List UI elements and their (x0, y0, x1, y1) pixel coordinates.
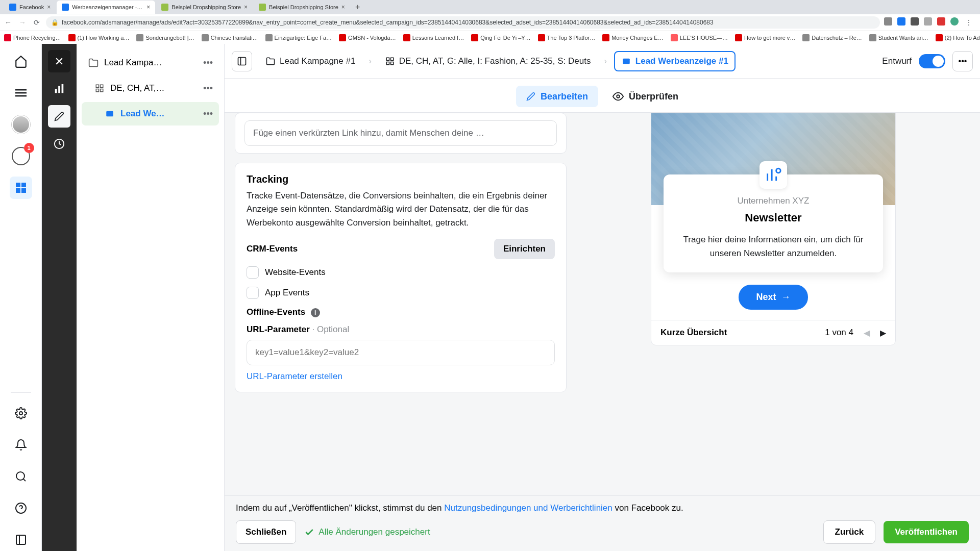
forward-icon[interactable]: → (17, 17, 28, 28)
campaign-tree: Lead Kampa… ••• DE, CH, AT,… ••• Lead We… (77, 44, 225, 551)
edit-icon[interactable] (48, 105, 70, 128)
extension-icon[interactable] (924, 17, 932, 26)
status-toggle[interactable] (919, 54, 945, 68)
breadcrumb-ad[interactable]: Lead Werbeanzeige #1 (614, 51, 736, 71)
svg-rect-27 (390, 58, 393, 60)
close-panel-button[interactable] (48, 50, 70, 72)
browser-tab[interactable]: Werbeanzeigenmanager - We…× (57, 1, 155, 14)
breadcrumb-campaign[interactable]: Lead Kampagne #1 (259, 52, 361, 70)
preview-description: Trage hier deine Informationen ein, um d… (677, 233, 870, 260)
collapse-icon[interactable] (10, 529, 32, 551)
next-button[interactable]: Next→ (739, 285, 807, 310)
more-icon[interactable]: ••• (203, 83, 213, 94)
back-button[interactable]: Zurück (823, 520, 876, 544)
short-link-card: Füge einen verkürzten Link hinzu, damit … (235, 113, 567, 154)
url-input[interactable]: 🔒facebook.com/adsmanager/manage/ads/edit… (46, 16, 880, 29)
menu-icon[interactable]: ⋮ (964, 17, 974, 28)
avatar[interactable] (10, 113, 32, 136)
url-param-input[interactable] (247, 340, 555, 365)
ad-preview: Unternehmen XYZ Newsletter Trage hier de… (651, 113, 896, 345)
breadcrumb-adset[interactable]: DE, CH, AT, G: Alle, I: Fashion, A: 25-3… (379, 52, 597, 70)
menu-icon[interactable] (10, 82, 32, 104)
bookmark[interactable]: (2) How To Add A… (936, 34, 980, 41)
prev-arrow-icon[interactable]: ◀ (864, 328, 870, 338)
svg-rect-26 (386, 58, 389, 60)
close-icon[interactable]: × (244, 4, 248, 11)
create-url-param-link[interactable]: URL-Parameter erstellen (247, 371, 555, 382)
reload-icon[interactable]: ⟳ (32, 17, 42, 28)
help-icon[interactable] (10, 497, 32, 519)
saved-indicator: Alle Änderungen gespeichert (304, 527, 430, 537)
extension-icon[interactable] (911, 17, 919, 26)
setup-button[interactable]: Einrichten (494, 239, 555, 259)
checkbox[interactable] (247, 287, 259, 299)
app-events-row[interactable]: App Events (247, 287, 555, 299)
bell-icon[interactable] (10, 434, 32, 456)
bookmark[interactable]: Datenschutz – Re… (802, 34, 862, 41)
more-button[interactable]: ••• (952, 51, 973, 71)
extension-icon[interactable] (884, 17, 892, 26)
new-tab-button[interactable]: + (351, 3, 364, 12)
bookmark[interactable]: Phone Recycling… (4, 34, 61, 41)
chart-icon[interactable] (48, 78, 70, 100)
history-icon[interactable] (48, 133, 70, 155)
back-icon[interactable]: ← (3, 17, 13, 28)
bookmarks-bar: Phone Recycling… (1) How Working a… Sond… (0, 31, 980, 44)
panel-toggle-button[interactable] (232, 51, 252, 71)
bookmark[interactable]: (1) How Working a… (68, 34, 130, 41)
next-arrow-icon[interactable]: ▶ (880, 328, 886, 338)
close-icon[interactable]: × (341, 4, 345, 11)
extension-icon[interactable] (937, 17, 945, 26)
close-icon[interactable]: × (146, 4, 150, 11)
terms-link[interactable]: Nutzungsbedingungen und Werberichtlinien (444, 503, 612, 513)
browser-tab[interactable]: Beispiel Dropshipping Store× (254, 1, 350, 14)
bookmark[interactable]: How to get more v… (735, 34, 795, 41)
bookmark[interactable]: Einzigartige: Eige Fa… (265, 34, 332, 41)
arrow-right-icon: → (781, 292, 791, 303)
chevron-right-icon: › (604, 57, 606, 66)
ads-grid-icon[interactable] (10, 177, 32, 199)
ad-icon (104, 108, 115, 119)
svg-rect-19 (96, 85, 99, 87)
browser-chrome: Facebook× Werbeanzeigenmanager - We…× Be… (0, 0, 980, 44)
avatar-icon[interactable] (950, 17, 959, 26)
tree-adset[interactable]: DE, CH, AT,… ••• (82, 77, 219, 100)
publish-button[interactable]: Veröffentlichen (884, 521, 969, 543)
bookmark[interactable]: Sonderangebot! |… (136, 34, 194, 41)
tracking-heading: Tracking (247, 173, 555, 185)
tab-edit[interactable]: Bearbeiten (516, 86, 598, 107)
home-icon[interactable] (10, 50, 32, 72)
notification-badge-item[interactable]: 1 (10, 145, 32, 167)
search-icon[interactable] (10, 465, 32, 488)
more-icon[interactable]: ••• (203, 109, 213, 119)
close-icon[interactable]: × (47, 4, 51, 11)
bookmark[interactable]: Lessons Learned f… (403, 34, 464, 41)
bookmark[interactable]: GMSN - Vologda… (339, 34, 396, 41)
consent-text: Indem du auf „Veröffentlichen" klickst, … (236, 503, 969, 513)
checkbox[interactable] (247, 266, 259, 279)
website-events-row[interactable]: Website-Events (247, 266, 555, 279)
svg-point-7 (19, 412, 22, 415)
browser-tab[interactable]: Beispiel Dropshipping Store× (156, 1, 253, 14)
tab-review[interactable]: Überprüfen (602, 86, 689, 107)
extension-icon[interactable] (897, 17, 905, 26)
bookmark[interactable]: Qing Fei De Yi –Y… (471, 34, 530, 41)
settings-icon[interactable] (10, 402, 32, 424)
more-icon[interactable]: ••• (203, 58, 213, 68)
address-bar: ← → ⟳ 🔒facebook.com/adsmanager/manage/ad… (0, 14, 980, 31)
short-link-input[interactable]: Füge einen verkürzten Link hinzu, damit … (244, 120, 557, 146)
browser-tab[interactable]: Facebook× (4, 1, 56, 14)
svg-rect-1 (15, 92, 27, 94)
tree-ad[interactable]: Lead We… ••• (82, 102, 219, 126)
bookmark[interactable]: The Top 3 Platfor… (538, 34, 596, 41)
svg-rect-0 (15, 89, 27, 91)
tree-campaign[interactable]: Lead Kampa… ••• (82, 51, 219, 74)
svg-rect-17 (62, 84, 64, 93)
close-button[interactable]: Schließen (236, 520, 296, 544)
info-icon[interactable]: i (311, 308, 320, 317)
bookmark[interactable]: Money Changes E… (602, 34, 664, 41)
bookmark[interactable]: Student Wants an… (869, 34, 928, 41)
bookmark[interactable]: LEE'S HOUSE—… (671, 34, 728, 41)
preview-form-card: Unternehmen XYZ Newsletter Trage hier de… (664, 174, 883, 272)
bookmark[interactable]: Chinese translati… (202, 34, 258, 41)
